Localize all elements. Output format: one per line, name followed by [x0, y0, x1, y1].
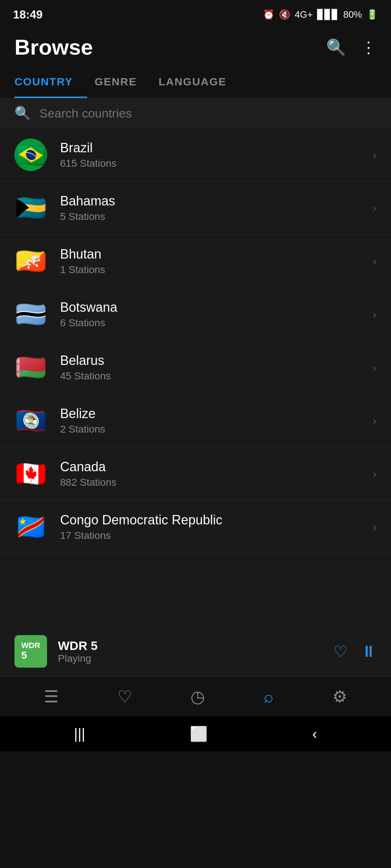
battery-level: 80% — [343, 9, 362, 20]
search-icon: 🔍 — [14, 106, 31, 121]
country-info: Botswana 6 Stations — [60, 300, 373, 329]
country-info: Bhutan 1 Stations — [60, 247, 373, 276]
country-info: Brazil 615 Stations — [60, 140, 373, 169]
country-info: Belarus 45 Stations — [60, 353, 373, 382]
list-item[interactable]: Belarus 45 Stations › — [0, 341, 391, 394]
flag-belarus — [14, 351, 47, 384]
station-logo-number: 5 — [21, 650, 41, 661]
now-playing-title: WDR 5 — [58, 639, 333, 653]
flag-botswana — [14, 298, 47, 331]
chevron-right-icon: › — [373, 520, 377, 534]
search-input[interactable] — [39, 106, 377, 120]
list-item[interactable]: Bahamas 5 Stations › — [0, 182, 391, 235]
country-info: Congo Democratic Republic 17 Stations — [60, 512, 373, 541]
nav-search-icon[interactable]: ⌕ — [264, 687, 274, 706]
back-button[interactable]: ‹ — [312, 726, 317, 742]
country-info: Belize 2 Stations — [60, 406, 373, 435]
country-stations: 5 Stations — [60, 211, 373, 222]
more-options-button[interactable]: ⋮ — [361, 38, 377, 56]
flag-brazil — [14, 139, 47, 171]
country-name: Congo Democratic Republic — [60, 512, 373, 528]
country-stations: 615 Stations — [60, 158, 373, 169]
recent-apps-button[interactable]: ||| — [74, 726, 85, 742]
status-icons: ⏰ 🔇 4G+ ▊▊▊ 80% 🔋 — [263, 9, 378, 20]
country-name: Canada — [60, 459, 373, 475]
tab-language[interactable]: LANGUAGE — [159, 67, 241, 98]
country-stations: 1 Stations — [60, 264, 373, 276]
list-item[interactable]: Congo Democratic Republic 17 Stations › — [0, 501, 391, 554]
country-info: Canada 882 Stations — [60, 459, 373, 488]
tab-country[interactable]: COUNTRY — [14, 67, 87, 98]
page-title: Browse — [14, 35, 93, 60]
now-playing-controls: ♡ ⏸ — [333, 642, 377, 661]
chevron-right-icon: › — [373, 148, 377, 162]
status-bar: 18:49 ⏰ 🔇 4G+ ▊▊▊ 80% 🔋 — [0, 0, 391, 26]
chevron-right-icon: › — [373, 467, 377, 481]
flag-bhutan — [14, 245, 47, 277]
country-list: Brazil 615 Stations › Bahamas 5 Stations… — [0, 128, 391, 554]
header-actions: 🔍 ⋮ — [326, 38, 377, 57]
country-stations: 45 Stations — [60, 370, 373, 382]
country-name: Bhutan — [60, 247, 373, 262]
battery-icon: 🔋 — [366, 9, 378, 20]
home-button[interactable]: ⬜ — [190, 726, 208, 743]
nav-browse-icon[interactable]: ☰ — [44, 687, 59, 706]
status-time: 18:49 — [13, 8, 43, 21]
chevron-right-icon: › — [373, 201, 377, 215]
mute-icon: 🔇 — [279, 9, 290, 20]
country-stations: 882 Stations — [60, 477, 373, 488]
now-playing-info: WDR 5 Playing — [58, 639, 333, 664]
country-stations: 6 Stations — [60, 317, 373, 329]
search-button[interactable]: 🔍 — [326, 38, 346, 57]
chevron-right-icon: › — [373, 255, 377, 268]
flag-canada — [14, 458, 47, 490]
now-playing-status: Playing — [58, 653, 333, 664]
nav-history-icon[interactable]: ◷ — [190, 687, 205, 706]
favorite-button[interactable]: ♡ — [333, 642, 348, 661]
list-item[interactable]: Canada 882 Stations › — [0, 447, 391, 501]
now-playing-thumbnail: WDR 5 — [14, 635, 47, 668]
list-item[interactable]: Bhutan 1 Stations › — [0, 235, 391, 288]
country-stations: 2 Stations — [60, 424, 373, 435]
header: Browse 🔍 ⋮ — [0, 26, 391, 67]
nav-favorites-icon[interactable]: ♡ — [117, 687, 132, 706]
list-item[interactable]: Botswana 6 Stations › — [0, 288, 391, 341]
list-item[interactable]: Brazil 615 Stations › — [0, 128, 391, 182]
station-logo-text: WDR — [21, 642, 41, 650]
nav-settings-icon[interactable]: ⚙ — [332, 687, 347, 706]
alarm-icon: ⏰ — [263, 9, 274, 20]
bottom-nav: ☰ ♡ ◷ ⌕ ⚙ — [0, 676, 391, 716]
system-nav: ||| ⬜ ‹ — [0, 716, 391, 751]
country-name: Brazil — [60, 140, 373, 156]
search-bar: 🔍 — [0, 98, 391, 128]
country-stations: 17 Stations — [60, 530, 373, 541]
chevron-right-icon: › — [373, 361, 377, 374]
country-name: Bahamas — [60, 193, 373, 209]
network-icon: 4G+ — [295, 9, 313, 20]
chevron-right-icon: › — [373, 414, 377, 427]
chevron-right-icon: › — [373, 308, 377, 321]
country-name: Botswana — [60, 300, 373, 315]
tabs-container: COUNTRY GENRE LANGUAGE — [0, 67, 391, 98]
country-info: Bahamas 5 Stations — [60, 193, 373, 222]
list-item[interactable]: Belize 2 Stations › — [0, 394, 391, 447]
now-playing-bar[interactable]: WDR 5 WDR 5 Playing ♡ ⏸ — [0, 626, 391, 676]
country-name: Belize — [60, 406, 373, 421]
signal-icon: ▊▊▊ — [317, 9, 339, 20]
pause-button[interactable]: ⏸ — [361, 642, 377, 660]
flag-belize — [14, 404, 47, 437]
country-name: Belarus — [60, 353, 373, 368]
flag-congo — [14, 511, 47, 543]
tab-genre[interactable]: GENRE — [94, 67, 151, 98]
flag-bahamas — [14, 192, 47, 224]
